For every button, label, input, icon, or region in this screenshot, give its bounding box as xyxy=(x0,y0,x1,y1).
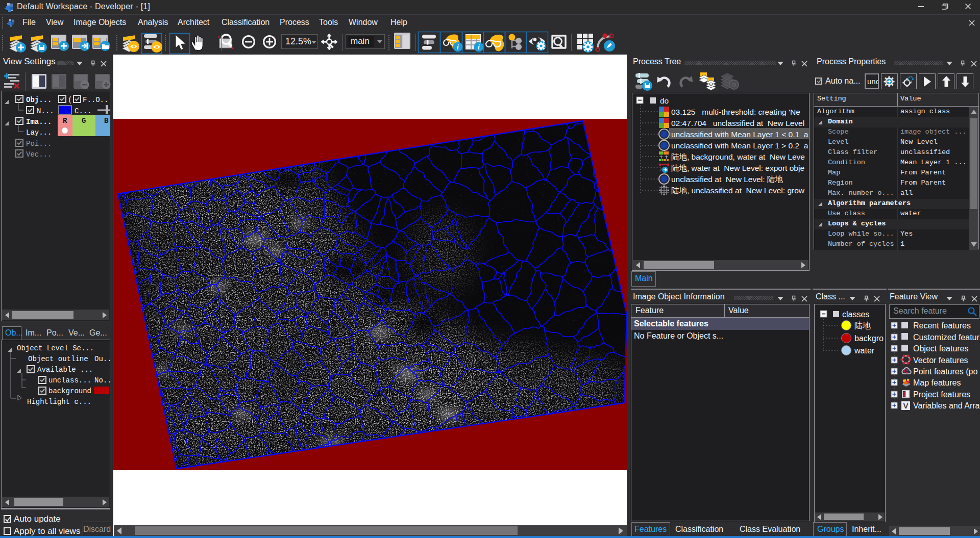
svg-text:Object Level Se...: Object Level Se... xyxy=(17,344,94,352)
svg-text:02:47.704 unclassified at N: 02:47.704 unclassified at New Level xyxy=(671,119,804,127)
svg-text:unclassified with Mean Layer 1: unclassified with Mean Layer 1 > 0.2 a xyxy=(671,141,808,150)
svg-text:G: G xyxy=(82,117,86,125)
svg-text:background: background xyxy=(48,387,91,395)
svg-text:B: B xyxy=(104,117,109,125)
svg-text:陆地, background, water at New: 陆地, background, water at New Leve xyxy=(671,152,805,161)
svg-text:N...: N... xyxy=(37,107,54,115)
svg-text:Available ...: Available ... xyxy=(37,366,93,374)
svg-text:water: water xyxy=(854,346,875,355)
svg-text:(: ( xyxy=(68,96,72,104)
svg-text:Lay...: Lay... xyxy=(26,129,52,137)
svg-text:classes: classes xyxy=(842,310,869,319)
svg-text:Poi...: Poi... xyxy=(26,140,52,148)
svg-text:Point features (po: Point features (po xyxy=(913,367,977,376)
svg-text:unclassified at New Level: 陆地: unclassified at New Level: 陆地 xyxy=(671,175,783,184)
svg-text:陆地, water at New Level: expor: 陆地, water at New Level: export obje xyxy=(671,164,804,172)
svg-text:i: i xyxy=(457,43,459,51)
svg-text:陆地, unclassified at New Level: 陆地, unclassified at New Level: grow xyxy=(671,186,805,195)
svg-text:F..O..: F..O.. xyxy=(83,96,108,104)
svg-text:Object outline: Object outline xyxy=(28,355,88,363)
svg-text:No..: No.. xyxy=(94,376,110,385)
svg-text:Variables and Arra: Variables and Arra xyxy=(913,401,980,410)
svg-text:Vector features: Vector features xyxy=(913,356,968,365)
svg-text:unclassified with Mean Layer 1: unclassified with Mean Layer 1 < 0.1 a xyxy=(671,130,808,139)
svg-text:V: V xyxy=(903,401,908,410)
svg-text:Ima...: Ima... xyxy=(26,118,52,126)
svg-text:Recent features: Recent features xyxy=(913,321,971,330)
svg-text:Ou..: Ou.. xyxy=(94,355,110,363)
svg-text:Hightlight c...: Hightlight c... xyxy=(27,398,91,406)
svg-text:陆地: 陆地 xyxy=(854,321,871,330)
svg-text:Project features: Project features xyxy=(913,390,970,399)
svg-text:C...: C... xyxy=(75,107,92,115)
svg-text:do: do xyxy=(660,96,669,105)
svg-text:unclass...: unclass... xyxy=(48,376,91,385)
svg-text:Vec...: Vec... xyxy=(26,150,52,159)
svg-text:Customized featur: Customized featur xyxy=(913,333,980,342)
svg-text:03.125 multi-threshold: crea: 03.125 multi-threshold: creating 'Ne xyxy=(671,108,800,116)
svg-text:Map features: Map features xyxy=(913,378,961,387)
svg-text:backgro: backgro xyxy=(854,334,884,343)
svg-text:R: R xyxy=(63,117,67,125)
svg-text:Object features: Object features xyxy=(913,344,969,353)
svg-text:Obj...: Obj... xyxy=(26,96,52,104)
svg-text:i: i xyxy=(478,43,480,51)
